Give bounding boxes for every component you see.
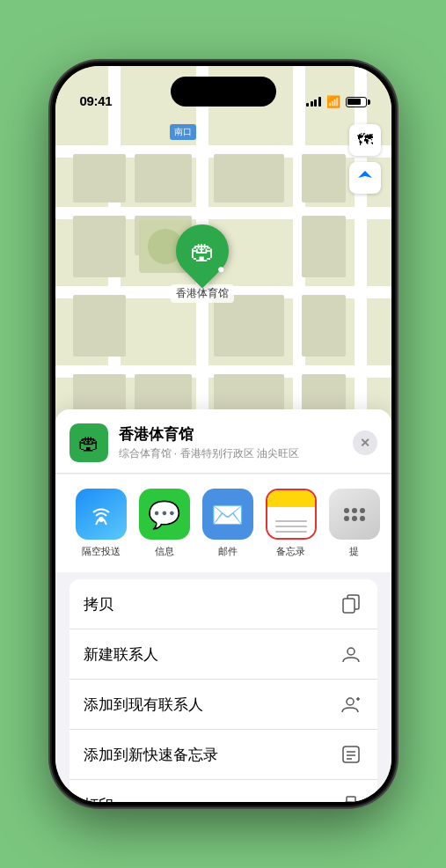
svg-point-0 — [99, 517, 104, 522]
svg-point-6 — [347, 698, 354, 705]
mail-icon: ✉️ — [202, 489, 253, 540]
svg-rect-4 — [343, 599, 355, 613]
copy-label: 拷贝 — [84, 594, 113, 614]
share-item-notes[interactable]: 备忘录 — [260, 489, 323, 558]
svg-line-2 — [104, 519, 106, 525]
new-contact-label: 新建联系人 — [84, 644, 158, 665]
map-label: 南口 — [170, 124, 196, 140]
new-contact-icon — [339, 642, 363, 666]
share-item-mail[interactable]: ✉️ 邮件 — [196, 489, 260, 558]
pin-icon: 🏟 — [165, 214, 239, 289]
share-item-more[interactable]: 提 — [323, 489, 386, 558]
sheet-header: 🏟 香港体育馆 综合体育馆 · 香港特别行政区 油尖旺区 ✕ — [55, 409, 391, 474]
airdrop-wifi-icon — [87, 500, 115, 528]
stadium-icon: 🏟 — [190, 237, 215, 266]
print-label: 打印 — [84, 795, 113, 803]
share-row: 隔空投送 💬 信息 ✉️ 邮件 — [55, 474, 391, 572]
menu-item-quick-note[interactable]: 添加到新快速备忘录 — [69, 730, 377, 780]
menu-item-copy[interactable]: 拷贝 — [69, 579, 377, 629]
dynamic-island — [171, 77, 276, 107]
battery-icon — [346, 97, 367, 107]
notes-icon — [266, 489, 317, 540]
bottom-sheet: 🏟 香港体育馆 综合体育馆 · 香港特别行政区 油尖旺区 ✕ — [55, 409, 391, 802]
svg-line-1 — [96, 519, 99, 525]
wifi-icon: 📶 — [326, 95, 340, 108]
venue-icon: 🏟 — [69, 423, 108, 462]
venue-name: 香港体育馆 — [119, 424, 353, 445]
airdrop-label: 隔空投送 — [82, 545, 121, 558]
close-button[interactable]: ✕ — [353, 430, 377, 455]
more-icon — [329, 489, 380, 540]
signal-bars-icon — [306, 97, 321, 107]
map-type-button[interactable]: 🗺 — [349, 124, 381, 156]
menu-item-print[interactable]: 打印 — [69, 780, 377, 802]
quick-note-icon-svg — [341, 745, 361, 764]
phone-screen: 09:41 📶 — [55, 66, 391, 802]
mail-label: 邮件 — [218, 545, 238, 558]
share-item-airdrop[interactable]: 隔空投送 — [69, 489, 133, 558]
copy-icon — [339, 592, 363, 616]
airdrop-icon — [76, 489, 127, 540]
copy-icon-svg — [341, 594, 361, 614]
venue-info: 香港体育馆 综合体育馆 · 香港特别行政区 油尖旺区 — [119, 424, 353, 461]
menu-section: 拷贝 新建联系人 — [69, 579, 377, 802]
location-arrow-icon — [357, 170, 373, 186]
map-area[interactable]: 南口 🏟 香港体育馆 🗺 — [55, 66, 391, 453]
more-label: 提 — [349, 545, 359, 558]
print-icon — [339, 792, 363, 802]
contact-icon-svg — [341, 644, 361, 664]
map-controls: 🗺 — [349, 124, 381, 194]
add-contact-icon-svg — [341, 695, 361, 714]
venue-description: 综合体育馆 · 香港特别行政区 油尖旺区 — [119, 446, 353, 461]
status-time: 09:41 — [80, 93, 113, 108]
status-icons: 📶 — [306, 95, 367, 108]
quick-note-icon — [339, 742, 363, 767]
share-item-messages[interactable]: 💬 信息 — [133, 489, 196, 558]
menu-item-add-existing[interactable]: 添加到现有联系人 — [69, 680, 377, 730]
location-button[interactable] — [349, 162, 381, 194]
svg-rect-9 — [343, 747, 359, 762]
quick-note-label: 添加到新快速备忘录 — [84, 745, 218, 765]
svg-point-5 — [347, 648, 355, 655]
messages-icon: 💬 — [139, 489, 190, 540]
stadium-pin: 🏟 香港体育馆 — [171, 224, 234, 303]
add-existing-label: 添加到现有联系人 — [84, 695, 203, 715]
print-icon-svg — [341, 795, 361, 802]
menu-item-new-contact[interactable]: 新建联系人 — [69, 629, 377, 680]
add-existing-icon — [339, 692, 363, 717]
notes-label: 备忘录 — [276, 545, 305, 558]
phone-frame: 09:41 📶 — [52, 63, 395, 805]
messages-label: 信息 — [155, 545, 174, 558]
svg-rect-14 — [347, 797, 355, 802]
